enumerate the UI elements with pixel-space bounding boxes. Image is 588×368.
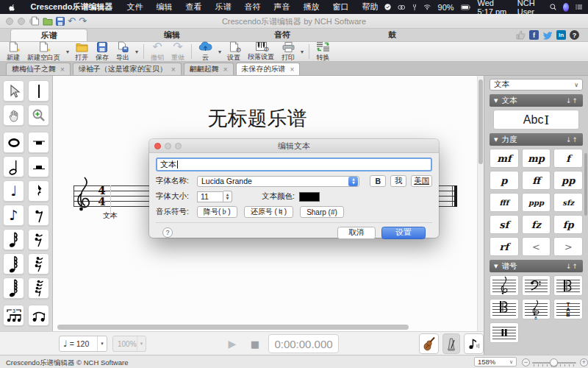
doc-tab-2[interactable]: 绿袖子（这是谁家的宝贝）×	[73, 63, 182, 75]
tab-drums[interactable]: 鼓	[337, 29, 448, 41]
move-section-icons[interactable]: ↓↑	[566, 263, 578, 270]
export-button[interactable]: 导出	[112, 42, 133, 61]
percussion-clef-button[interactable]	[490, 322, 519, 343]
facebook-icon[interactable]: f	[529, 30, 539, 40]
new-button[interactable]: ✶ 新建	[3, 42, 24, 61]
tool-hand-pan[interactable]	[3, 105, 24, 126]
convert-button[interactable]: 转换	[312, 42, 334, 61]
tool-tie[interactable]	[28, 305, 49, 326]
tool-quarter-rest[interactable]	[28, 180, 49, 202]
speed-dropdown-icon[interactable]: ▾	[137, 336, 146, 351]
italic-button[interactable]: 我	[390, 175, 406, 187]
dynamic-sf[interactable]: sf	[490, 215, 519, 234]
natural-button[interactable]: 还原号 (♮)	[244, 206, 293, 218]
twitter-icon[interactable]	[542, 31, 553, 40]
linkedin-icon[interactable]: in	[556, 30, 566, 40]
menu-app-name[interactable]: Crescendo乐谱编辑器	[24, 1, 121, 13]
tool-sixtyfourth-note[interactable]	[3, 277, 24, 299]
bold-button[interactable]: B	[370, 175, 386, 187]
font-size-input[interactable]: 11	[197, 191, 223, 202]
tool-sixteenth-rest[interactable]	[28, 229, 49, 250]
cancel-button[interactable]: 取消	[337, 227, 376, 239]
tool-thirtysecond-note[interactable]	[3, 253, 24, 275]
zoom-slider-thumb[interactable]	[550, 358, 558, 367]
open-button[interactable]: 打开	[71, 42, 92, 61]
menu-view[interactable]: 查看	[179, 1, 208, 13]
menu-notes[interactable]: 音符	[237, 1, 267, 13]
tool-sixteenth-note[interactable]	[3, 229, 24, 250]
alto-clef-button[interactable]	[553, 275, 583, 296]
undo-button[interactable]: ↶ 撤销	[147, 42, 168, 61]
tab-notes[interactable]: 音符	[227, 29, 337, 41]
dynamic-mf[interactable]: mf	[490, 149, 519, 168]
metronome-button[interactable]	[442, 333, 460, 354]
menu-sound[interactable]: 声音	[267, 1, 296, 13]
dialog-title-bar[interactable]: 编辑文本	[149, 139, 439, 153]
redo-button[interactable]: ↷ 重做	[168, 42, 188, 61]
dynamic-f[interactable]: f	[553, 149, 583, 168]
underline-button[interactable]: 美国	[411, 175, 432, 187]
tab-clef-button[interactable]: TAB	[553, 299, 583, 319]
settings-button[interactable]: ⚙ 设置	[223, 42, 244, 61]
dynamic-fz[interactable]: fz	[522, 215, 551, 234]
tuning-fork-icon[interactable]	[412, 2, 417, 13]
treble-clef-8-button[interactable]: 8	[522, 299, 551, 319]
vertical-scrollbar-track[interactable]	[477, 76, 484, 331]
text-color-swatch[interactable]	[299, 192, 320, 202]
tempo-dropdown-icon[interactable]: ▾	[97, 336, 107, 351]
dialog-help-button[interactable]: ?	[162, 227, 173, 238]
close-icon[interactable]: ×	[290, 66, 295, 74]
section-header-text[interactable]: ▼ 文本 ↓↑	[490, 94, 583, 107]
flat-button[interactable]: 降号(♭)	[197, 206, 237, 218]
tool-half-note[interactable]	[3, 156, 24, 177]
sharp-button[interactable]: Sharp (#)	[300, 206, 344, 218]
zoom-level-select[interactable]: 158% ∨	[474, 357, 517, 367]
score-text-element[interactable]: 文本	[103, 210, 118, 221]
dialog-close-button[interactable]	[154, 143, 161, 149]
font-size-stepper[interactable]: ▲▼	[223, 191, 232, 202]
menu-edit[interactable]: 编辑	[149, 1, 179, 13]
part-settings-button[interactable]: ⚙ 段落设置	[244, 42, 278, 61]
close-icon[interactable]: ×	[60, 66, 65, 74]
menu-help[interactable]: 帮助	[355, 1, 384, 13]
apple-menu-icon[interactable]	[9, 3, 16, 12]
print-button[interactable]: 打印	[278, 42, 298, 61]
tab-edit[interactable]: 编辑	[117, 29, 227, 41]
tool-thirtysecond-rest[interactable]	[28, 253, 49, 275]
tool-barline[interactable]	[28, 80, 49, 102]
menu-score[interactable]: 乐谱	[208, 1, 237, 13]
doc-tab-4-active[interactable]: 未保存的乐谱×	[236, 63, 301, 75]
cloud-button[interactable]: 云	[195, 42, 216, 61]
dynamic-ppp[interactable]: ppp	[522, 193, 551, 212]
dynamic-ff[interactable]: ff	[522, 171, 551, 190]
section-header-dynamics[interactable]: ▼ 力度 ↓↑	[490, 133, 583, 146]
notification-center-icon[interactable]	[576, 3, 582, 11]
score-title[interactable]: 无标题乐谱	[53, 105, 462, 132]
dynamic-fp[interactable]: fp	[553, 215, 583, 234]
tenor-clef-button[interactable]	[490, 299, 519, 319]
tool-half-rest[interactable]	[28, 156, 49, 177]
decrescendo-hairpin[interactable]: >	[553, 237, 583, 256]
tool-select-cursor[interactable]	[3, 80, 24, 102]
new-blank-page-button[interactable]: ✶ 新建空白页	[24, 42, 64, 61]
play-notes-button[interactable]	[464, 333, 484, 354]
app-status-icon[interactable]	[398, 3, 405, 12]
instrument-button[interactable]	[419, 333, 439, 354]
treble-clef-button[interactable]	[490, 275, 519, 296]
insert-text-tile[interactable]: Abc I	[493, 110, 579, 130]
section-header-clefs[interactable]: ▼ 谱号 ↓↑	[490, 260, 583, 272]
crescendo-hairpin[interactable]: <	[522, 237, 551, 256]
spotlight-search-icon[interactable]	[550, 2, 556, 12]
doc-tab-3[interactable]: 翩翩起舞×	[184, 63, 234, 75]
tab-score[interactable]: 乐谱	[10, 29, 87, 41]
apply-button[interactable]: 设置	[381, 227, 426, 239]
siri-icon[interactable]	[563, 3, 569, 12]
move-section-icons[interactable]: ↓↑	[566, 97, 578, 105]
export-dropdown-icon[interactable]: ▾	[133, 49, 140, 55]
doc-tab-1[interactable]: 糖梅仙子之舞×	[6, 63, 71, 75]
wifi-icon[interactable]	[423, 3, 431, 11]
zoom-in-button[interactable]: +	[580, 358, 588, 367]
horizontal-scrollbar[interactable]	[57, 325, 409, 330]
check-circle-icon[interactable]	[384, 2, 391, 12]
tool-zoom[interactable]	[28, 105, 49, 126]
